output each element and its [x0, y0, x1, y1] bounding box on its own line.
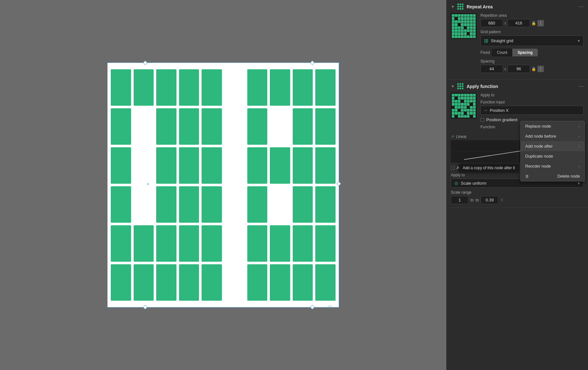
grid-cell: [111, 264, 131, 301]
menu-item-reorder[interactable]: Reorder node ›: [521, 161, 584, 171]
apply-function-thumbnail: [451, 93, 477, 119]
grid-cell: [179, 147, 199, 184]
handle-bot-circle[interactable]: [328, 306, 332, 309]
linear-label: Linear: [456, 134, 467, 139]
grid-cell: [247, 147, 268, 184]
grid-cell: [156, 108, 176, 145]
menu-item-add-before[interactable]: Add node before ›: [521, 131, 584, 141]
grid-cell: [202, 264, 222, 301]
menu-item-delete[interactable]: 🗑 Delete node: [521, 171, 584, 181]
grid-pattern-select[interactable]: ⊞ Straight grid ▾: [480, 35, 583, 46]
grid-cell: [134, 69, 154, 106]
grid-cell: [315, 186, 336, 223]
repeat-area-header: ▼ Repeat Area ···: [451, 3, 583, 10]
grid-cell: [134, 186, 154, 223]
position-gradient-checkbox[interactable]: [480, 118, 484, 122]
trash-icon: 🗑: [525, 174, 529, 179]
grid-cell: [156, 147, 176, 184]
lock-icon: 🔒: [531, 21, 536, 25]
menu-item-add-after[interactable]: Add node after ›: [521, 141, 584, 151]
grid-cell: [111, 69, 131, 106]
grid-cell: [270, 69, 290, 106]
grid-cell: [202, 186, 222, 223]
grid-cell: [293, 108, 313, 145]
grid-cell: [224, 264, 245, 301]
spacing-label: Spacing: [480, 59, 583, 63]
grid-cell: [202, 69, 222, 106]
grid-cell: [315, 264, 336, 301]
reorder-node-label: Reorder node: [525, 164, 551, 169]
width-input[interactable]: [480, 19, 503, 27]
grid-cell: [111, 186, 131, 223]
apply-to-label: Apply to: [480, 93, 583, 97]
scale-to-input[interactable]: [481, 196, 498, 204]
grid-cell: [293, 225, 313, 262]
chevron2-icon[interactable]: ▼: [451, 84, 455, 89]
repeat-area-props: Repetition area x 🔒 ⋮ Grid pattern ⊞ Str…: [480, 13, 583, 73]
repeat-area-section: ▼ Repeat Area ···: [446, 0, 588, 80]
grid-cell: [156, 264, 176, 301]
grid-cell: [247, 108, 268, 145]
scale-from-input[interactable]: [451, 196, 469, 204]
count-spacing-toggle: Count Spacing: [492, 49, 538, 56]
grid-cell: [179, 264, 199, 301]
expand-btn2[interactable]: ⋮: [537, 66, 544, 72]
grid-cell: [315, 69, 336, 106]
duplicate-node-label: Duplicate node: [525, 154, 553, 159]
grid-cell: [202, 225, 222, 262]
chevron-down-icon[interactable]: ▼: [451, 5, 455, 9]
menu-item-replace[interactable]: Replace node ›: [521, 121, 584, 131]
grid-cell: [247, 264, 268, 301]
grid-cell: [202, 147, 222, 184]
height-input[interactable]: [507, 19, 530, 27]
add-node-after-label: Add node after: [525, 144, 553, 149]
grid-cell: [134, 264, 154, 301]
repeat-area-more-icon[interactable]: ···: [579, 3, 583, 10]
add-node-before-label: Add node before: [525, 134, 556, 139]
canvas-area: ×: [0, 0, 446, 370]
position-x-row[interactable]: ↔ Position X: [480, 106, 583, 115]
to-label: to: [470, 198, 474, 202]
tooltip-text: Add a copy of this node after it: [463, 166, 515, 170]
repetition-area-inputs: x 🔒 ⋮: [480, 19, 583, 27]
grid-pattern-value: Straight grid: [491, 38, 513, 43]
scale-range-row: to to ⇕: [451, 196, 583, 204]
tooltip: Add a copy of this node after it: [459, 164, 519, 172]
x-separator: x: [504, 21, 506, 25]
spacing-y-input[interactable]: [507, 65, 530, 73]
grid-cell: [247, 225, 268, 262]
expand-button[interactable]: ⋮: [537, 20, 544, 26]
position-gradient-label: Position gradient: [486, 117, 517, 122]
to-separator: to: [476, 198, 479, 202]
grid-pattern-label: Grid pattern: [480, 30, 583, 34]
fixed-label: Fixed: [480, 50, 490, 55]
repetition-area-label: Repetition area: [480, 13, 583, 18]
grid-cell: [134, 108, 154, 145]
right-panel: ▼ Repeat Area ···: [446, 0, 588, 370]
position-x-icon: ↔: [483, 108, 488, 113]
grid-cell: [156, 69, 176, 106]
spacing-inputs: x 🔒 ⋮: [480, 65, 583, 73]
grid-cell: [247, 186, 268, 223]
grid-cell: [224, 69, 245, 106]
context-menu: Replace node › Add node before › Add nod…: [520, 121, 585, 181]
grid-cell: [202, 108, 222, 145]
apply-function-more-icon[interactable]: ···: [579, 83, 583, 90]
grid-cell: [315, 108, 336, 145]
grid-cell: [270, 264, 290, 301]
grid-cell: [179, 108, 199, 145]
menu-arrow-right3-icon: ›: [579, 144, 580, 149]
grid-cell: [270, 186, 290, 223]
count-toggle-button[interactable]: Count: [492, 49, 512, 56]
spacing-x-input[interactable]: [480, 65, 503, 73]
adjust-periods-checkbox[interactable]: [451, 166, 455, 170]
grid-cell: [134, 225, 154, 262]
spacing-toggle-button[interactable]: Spacing: [512, 49, 538, 56]
grid-cell: [293, 186, 313, 223]
x-sep2: x: [504, 67, 506, 71]
grid-cell: [270, 147, 290, 184]
menu-item-duplicate[interactable]: Duplicate node: [521, 151, 584, 161]
grid-cell: [247, 69, 268, 106]
position-x-value: Position X: [490, 108, 509, 113]
grid-cell: [179, 225, 199, 262]
